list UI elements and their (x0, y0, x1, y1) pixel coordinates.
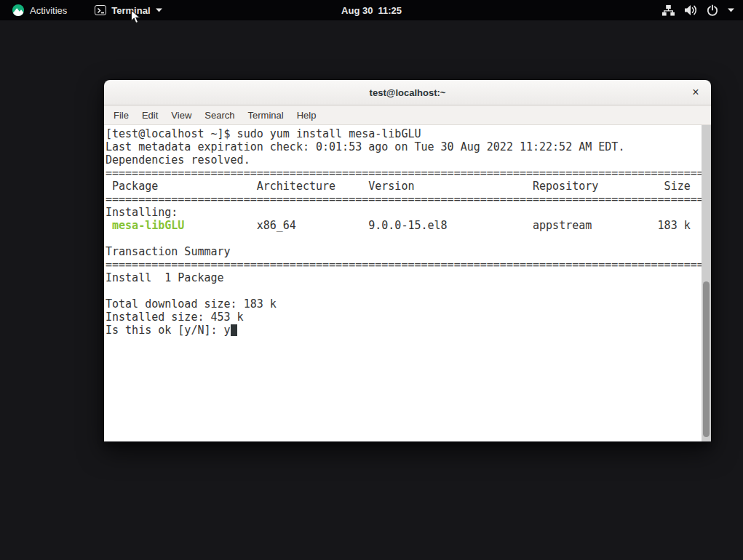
package-name: mesa-libGLU (112, 219, 184, 232)
terminal-line: Total download size: 183 k (106, 297, 711, 311)
clock[interactable]: Aug 30 11:25 (341, 0, 402, 20)
terminal-line: Installed size: 453 k (106, 311, 711, 324)
terminal-lines: [test@localhost ~]$ sudo yum install mes… (106, 127, 711, 337)
terminal-line: Transaction Summary (106, 245, 711, 258)
close-icon[interactable]: × (686, 83, 705, 102)
terminal-line: ========================================… (106, 167, 711, 180)
terminal-line: ========================================… (106, 193, 711, 206)
terminal-line: [test@localhost ~]$ sudo yum install mes… (106, 127, 711, 140)
menu-item-search[interactable]: Search (198, 107, 241, 124)
chevron-down-icon (156, 8, 162, 12)
activities-label: Activities (30, 5, 67, 16)
terminal-line: Dependencies resolved. (106, 153, 711, 167)
clock-date: Aug 30 (341, 5, 373, 16)
menu-bar: FileEditViewSearchTerminalHelp (104, 105, 711, 125)
menu-item-edit[interactable]: Edit (135, 107, 164, 124)
terminal-output[interactable]: [test@localhost ~]$ sudo yum install mes… (104, 125, 711, 441)
terminal-line: ========================================… (106, 258, 711, 271)
terminal-line: Installing: (106, 206, 711, 219)
terminal-line (106, 232, 711, 245)
volume-icon (684, 4, 697, 16)
top-bar-left: Activities Terminal (6, 2, 168, 18)
terminal-line: Is this ok [y/N]: y (106, 324, 711, 337)
network-icon (662, 4, 675, 16)
menu-item-terminal[interactable]: Terminal (242, 107, 290, 124)
chevron-down-icon (728, 8, 734, 12)
terminal-window: test@localhost:~ × FileEditViewSearchTer… (104, 80, 711, 442)
terminal-line (106, 284, 711, 297)
app-menu-button[interactable]: Terminal (89, 4, 167, 17)
menu-item-help[interactable]: Help (290, 107, 323, 124)
window-titlebar[interactable]: test@localhost:~ × (104, 80, 711, 105)
menu-item-file[interactable]: File (107, 107, 135, 124)
scrollbar-thumb[interactable] (703, 281, 710, 437)
activities-button[interactable]: Activities (6, 2, 73, 18)
terminal-line: Last metadata expiration check: 0:01:53 … (106, 140, 711, 153)
terminal-line: Install 1 Package (106, 271, 711, 284)
system-status-area[interactable] (662, 4, 734, 16)
power-icon (707, 4, 718, 16)
terminal-line: mesa-libGLU x86_64 9.0.0-15.el8 appstrea… (106, 219, 711, 232)
terminal-block-cursor (231, 324, 237, 336)
top-bar: Activities Terminal Aug 30 11:25 (0, 0, 743, 20)
terminal-line: Package Architecture Version Repository … (106, 180, 711, 193)
app-menu-label: Terminal (111, 5, 150, 16)
menu-item-view[interactable]: View (164, 107, 198, 124)
terminal-app-icon (95, 5, 106, 15)
distro-logo-icon (12, 4, 25, 17)
clock-time: 11:25 (378, 5, 402, 16)
scrollbar-track[interactable] (702, 125, 711, 441)
window-title: test@localhost:~ (370, 87, 446, 98)
